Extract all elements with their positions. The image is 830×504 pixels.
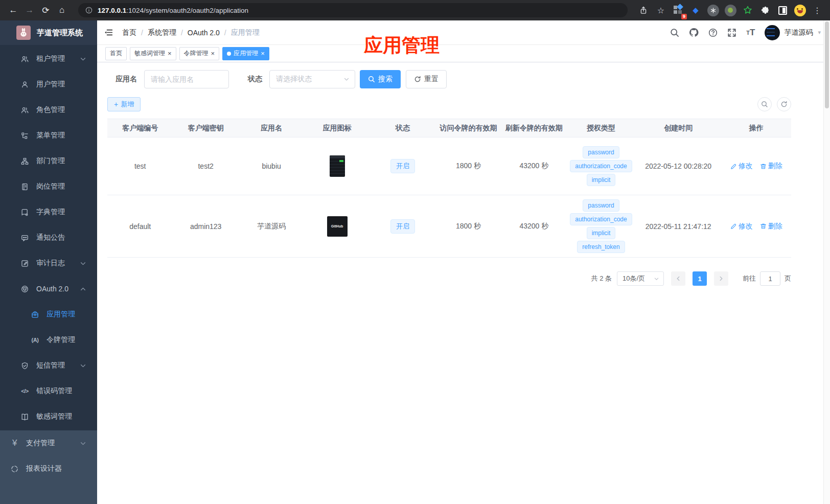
page-scrollbar[interactable] [823, 20, 830, 504]
table-header-row: 客户端编号客户端密钥应用名应用图标状态访问令牌的有效期刷新令牌的有效期授权类型创… [107, 119, 791, 138]
breadcrumb-item[interactable]: 系统管理 [148, 28, 176, 37]
status-select-placeholder: 请选择状态 [276, 75, 312, 84]
announcement-icon [20, 234, 29, 242]
status-badge: 开启 [390, 219, 415, 234]
record-extension-icon[interactable] [723, 3, 738, 18]
sidebar-item-report-designer[interactable]: 报表设计器 [0, 456, 97, 482]
tab-敏感词管理[interactable]: 敏感词管理× [130, 47, 176, 60]
breadcrumb-separator: / [181, 29, 183, 37]
chevron-left-icon [675, 276, 681, 282]
edit-link[interactable]: 修改 [730, 162, 753, 171]
toggle-search-button[interactable] [757, 97, 772, 111]
app-logo[interactable]: 芋道管理系统 [0, 20, 97, 45]
command-extension-icon[interactable] [705, 3, 721, 18]
extension-tiles-icon[interactable]: 9 [671, 3, 686, 18]
sidebar-item-announcement[interactable]: 通知公告 [0, 225, 97, 250]
sidebar-collapse-icon[interactable] [104, 28, 113, 37]
share-icon[interactable] [636, 3, 651, 18]
delete-icon [760, 223, 767, 230]
close-icon[interactable]: × [168, 50, 172, 57]
app-name-label: 应用名 [116, 75, 137, 84]
sidebar-item-badge[interactable]: 岗位管理 [0, 174, 97, 199]
sidebar: 芋道管理系统 租户管理用户管理角色管理菜单管理部门管理岗位管理字典管理通知公告审… [0, 20, 97, 504]
search-button[interactable]: 搜索 [360, 70, 401, 88]
fullscreen-icon[interactable] [727, 28, 736, 37]
goto-page-input[interactable] [760, 271, 780, 286]
status-label: 状态 [248, 75, 262, 84]
cell-client_secret: admin123 [173, 222, 238, 231]
browser-reload-button[interactable]: ⟳ [38, 2, 54, 18]
cell-refresh_ttl: 43200 秒 [501, 162, 567, 171]
reset-button[interactable]: 重置 [406, 70, 447, 88]
green-star-extension-icon[interactable] [740, 3, 755, 18]
help-icon[interactable] [708, 28, 718, 37]
bookmark-star-icon[interactable]: ☆ [653, 3, 668, 18]
cell-client_secret: test2 [173, 162, 238, 170]
page-size-select[interactable]: 10条/页 [617, 271, 664, 286]
column-header: 客户端密钥 [173, 124, 238, 133]
search-icon[interactable] [670, 28, 679, 37]
sidebar-item-error-code[interactable]: </>错误码管理 [0, 378, 97, 404]
split-screen-icon[interactable] [775, 3, 790, 18]
font-size-icon[interactable]: TT [746, 28, 755, 38]
add-button[interactable]: + 新增 [107, 97, 141, 111]
tab-令牌管理[interactable]: 令牌管理× [179, 47, 220, 60]
browser-menu-icon[interactable]: ⋮ [810, 3, 825, 18]
close-icon[interactable]: × [211, 50, 215, 57]
sidebar-item-sms-shield[interactable]: 短信管理 [0, 353, 97, 378]
address-bar[interactable]: 127.0.0.1:1024/system/oauth2/oauth2/appl… [78, 3, 628, 17]
status-select[interactable]: 请选择状态 [269, 70, 355, 88]
cell-status: 开启 [370, 159, 435, 173]
delete-icon [760, 163, 767, 170]
grant-type-tag: authorization_code [570, 213, 632, 225]
tab-首页[interactable]: 首页 [105, 47, 127, 60]
profile-avatar-icon[interactable] [792, 3, 808, 18]
delete-link[interactable]: 删除 [760, 162, 782, 171]
sidebar-item-oauth[interactable]: OAuth 2.0 [0, 276, 97, 302]
refresh-icon [414, 76, 421, 83]
sidebar-item-menu-tree[interactable]: 菜单管理 [0, 123, 97, 148]
sidebar-item-users[interactable]: 角色管理 [0, 97, 97, 123]
sidebar-item-payment-yen[interactable]: ¥支付管理 [0, 430, 97, 456]
puzzle-extensions-icon[interactable] [757, 3, 773, 18]
app-name-input[interactable] [144, 70, 229, 88]
grant-type-tag: authorization_code [570, 160, 632, 172]
tags-view-bar: 首页敏感词管理×令牌管理×应用管理× [97, 45, 830, 62]
delete-link[interactable]: 删除 [760, 222, 782, 231]
cell-client_id: test [107, 162, 173, 170]
next-page-button[interactable] [714, 271, 728, 286]
extension-badge: 9 [681, 14, 687, 19]
close-icon[interactable]: × [261, 50, 265, 57]
github-icon[interactable] [689, 28, 699, 37]
breadcrumb-item[interactable]: OAuth 2.0 [188, 29, 220, 37]
user-menu[interactable]: 芋道源码 ▾ [765, 25, 821, 40]
page-number-button[interactable]: 1 [693, 271, 707, 286]
gem-extension-icon[interactable]: ◆ [688, 3, 703, 18]
active-dot-icon [227, 52, 231, 56]
chevron-down-icon [79, 260, 87, 267]
edit-link[interactable]: 修改 [730, 222, 753, 231]
prev-page-button[interactable] [671, 271, 685, 286]
sidebar-item-audit-log[interactable]: 审计日志 [0, 250, 97, 276]
sidebar-item-sensitive-word[interactable]: 敏感词管理 [0, 404, 97, 429]
tab-应用管理[interactable]: 应用管理× [222, 47, 269, 60]
dictionary-icon [20, 209, 29, 216]
sidebar-item-user[interactable]: 用户管理 [0, 72, 97, 97]
sidebar-item-users[interactable]: 租户管理 [0, 46, 97, 72]
browser-home-button[interactable]: ⌂ [54, 2, 70, 18]
sidebar-item-token[interactable]: (A)令牌管理 [0, 327, 97, 353]
sidebar-root-menu: ¥支付管理报表设计器 [0, 430, 97, 504]
refresh-table-button[interactable] [777, 97, 791, 111]
sidebar-item-org-chart[interactable]: 部门管理 [0, 148, 97, 174]
grant-type-tag: password [583, 199, 619, 212]
breadcrumb-item[interactable]: 首页 [122, 28, 136, 37]
sidebar-item-dictionary[interactable]: 字典管理 [0, 199, 97, 225]
site-info-icon[interactable] [85, 7, 93, 14]
cell-refresh_ttl: 43200 秒 [501, 222, 567, 231]
sidebar-item-application[interactable]: 应用管理 [0, 302, 97, 327]
browser-forward-button[interactable]: → [21, 2, 38, 18]
browser-back-button[interactable]: ← [5, 2, 21, 18]
scrollbar-thumb[interactable] [825, 21, 829, 108]
cell-icon: GitHub [304, 216, 370, 237]
cell-status: 开启 [370, 219, 435, 234]
